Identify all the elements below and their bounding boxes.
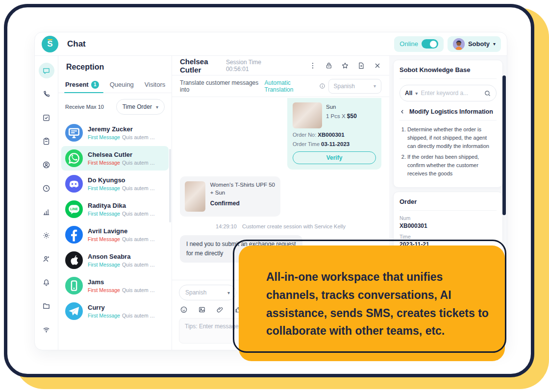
message-preview: Quis autem vel eum iu...	[122, 134, 156, 140]
create-ticket-icon[interactable]	[357, 62, 365, 70]
search-icon[interactable]	[484, 90, 491, 97]
chevron-down-icon: ▾	[227, 290, 230, 295]
contact-name: Jams	[88, 278, 156, 286]
product-message-card: Women's T-Shirts UPF 50 + Sun Confirmed	[180, 176, 280, 217]
sidebar-rail	[35, 56, 58, 350]
sidebar-item-tasks[interactable]	[39, 110, 54, 125]
sidebar-item-network[interactable]	[39, 321, 54, 337]
wifi-icon	[42, 325, 50, 334]
sidebar-item-settings[interactable]	[39, 227, 54, 243]
sidebar-item-history[interactable]	[39, 180, 54, 196]
search-input[interactable]	[421, 90, 481, 97]
receive-max-label: Receive Max 10	[65, 104, 104, 110]
first-message-tag: First Message	[88, 211, 120, 217]
list-item-contact[interactable]: Avril Lavigne First MessageQuis autem ve…	[61, 222, 169, 247]
product-image	[293, 102, 322, 128]
product-title: Women's T-Shirts UPF 50 + Sun	[210, 181, 275, 196]
chat-header: Chelsea Cutler Session Time 00:56:01	[172, 56, 389, 75]
attachment-icon[interactable]	[216, 306, 224, 314]
contact-list-scrollbar[interactable]	[169, 149, 171, 222]
channel-apple-icon	[65, 251, 83, 269]
list-item-contact[interactable]: Anson Seabra First MessageQuis autem vel…	[61, 248, 169, 272]
product-name: Sun	[326, 104, 357, 110]
user-circle-icon	[42, 161, 50, 169]
kebab-menu-icon[interactable]	[309, 62, 317, 70]
knowledge-base-title: Sobot Knowledge Base	[399, 66, 497, 79]
image-icon[interactable]	[198, 306, 206, 314]
contact-list: Jeremy Zucker First MessageQuis autem ve…	[58, 120, 172, 350]
emoji-icon[interactable]	[180, 306, 188, 314]
contact-name: Curry	[88, 304, 156, 311]
message-preview: Quis autem vel eum iu...	[122, 313, 156, 318]
translate-language-select[interactable]: Spanish ▾	[328, 79, 381, 94]
sidebar-item-notifications[interactable]	[39, 274, 54, 290]
chat-contact-name: Chelsea Cutler	[180, 57, 226, 74]
sidebar-item-calls[interactable]	[39, 86, 54, 102]
chevron-down-icon: ▾	[374, 83, 376, 89]
translate-mode-link[interactable]: Automatic Translation	[265, 79, 316, 93]
contact-name: Chelsea Cutler	[88, 151, 156, 158]
bell-icon	[42, 278, 50, 287]
folder-icon	[42, 302, 50, 310]
product-image	[185, 181, 205, 212]
contact-name: Avril Lavigne	[88, 227, 156, 235]
sort-order-select[interactable]: Time Order ▾	[116, 99, 165, 115]
channel-mobile-icon	[65, 277, 83, 294]
list-item-contact[interactable]: Jeremy Zucker First MessageQuis autem ve…	[61, 121, 169, 145]
sidebar-item-contacts[interactable]	[39, 157, 54, 172]
order-no-value: XB000301	[318, 132, 344, 138]
reception-title: Reception	[58, 56, 172, 76]
tab-present[interactable]: Present 1	[65, 81, 99, 89]
product-price: $50	[347, 113, 357, 120]
sidebar-item-analytics[interactable]	[39, 204, 54, 220]
composer-language-select[interactable]: Spanish ▾	[179, 285, 236, 300]
sidebar-item-tickets[interactable]	[39, 133, 54, 149]
translate-bar: Translate customer messages into Automat…	[172, 75, 389, 97]
active-tab-underline	[64, 92, 103, 94]
order-time-value: 03-11-2023	[321, 141, 349, 147]
channel-discord-icon	[65, 175, 83, 193]
phone-icon	[42, 90, 50, 98]
list-item-contact[interactable]: Jams First MessageQuis autem vel eum iu.…	[61, 273, 169, 298]
star-icon[interactable]	[341, 62, 349, 70]
article-header[interactable]: Modify Logistics Information	[399, 108, 497, 115]
info-icon[interactable]	[319, 83, 325, 89]
system-message: 14:29:10 Customer create session with Se…	[180, 223, 381, 229]
list-item-contact[interactable]: Do Kyungso First MessageQuis autem vel e…	[61, 172, 169, 196]
knowledge-base-card: Sobot Knowledge Base All ▾ Modify Logist…	[393, 60, 503, 188]
order-time-label: Order Time	[293, 141, 320, 147]
product-qty: 1 Pcs	[326, 113, 340, 119]
chevron-down-icon: ▾	[415, 91, 418, 96]
user-plus-icon	[42, 255, 50, 263]
contact-name: Raditya Dika	[88, 202, 156, 209]
close-icon[interactable]	[374, 62, 381, 70]
reception-panel: Reception Present 1 Queuing Visitors Rec…	[58, 56, 172, 350]
channel-facebook-icon	[65, 226, 83, 244]
message-preview: Quis autem vel eum iu...	[122, 262, 156, 268]
article-steps: Determine whether the order is shipped, …	[399, 120, 497, 178]
tab-visitors[interactable]: Visitors	[145, 81, 165, 88]
chat-bubble-icon	[42, 67, 50, 75]
tab-queuing[interactable]: Queuing	[110, 81, 134, 88]
lock-icon[interactable]	[325, 62, 333, 70]
online-toggle[interactable]	[422, 39, 438, 49]
list-item-contact-selected[interactable]: Chelsea Cutler First MessageQuis autem v…	[61, 146, 169, 171]
message-preview: Quis autem vel eum iu...	[122, 236, 156, 242]
first-message-tag: First Message	[88, 236, 120, 242]
right-panel-scrollbar[interactable]	[502, 75, 506, 215]
list-item-contact[interactable]: Curry First MessageQuis autem vel eum iu…	[61, 299, 169, 323]
list-item-contact[interactable]: LINE Raditya Dika First MessageQuis aute…	[61, 197, 169, 221]
user-menu[interactable]: Soboty ▾	[448, 36, 501, 52]
article-step: If the order has been shipped, confirm w…	[407, 153, 497, 178]
first-message-tag: First Message	[88, 134, 120, 140]
contact-name: Anson Seabra	[88, 253, 156, 260]
sidebar-item-chat[interactable]	[39, 63, 54, 78]
sidebar-item-files[interactable]	[39, 298, 54, 314]
search-filter-select[interactable]: All	[405, 90, 412, 97]
order-no-label: Order No:	[293, 132, 316, 138]
verify-button[interactable]: Verify	[293, 151, 376, 164]
order-message-card: Sun 1 Pcs X $50 Order No:XB000301 Order …	[287, 98, 381, 170]
sidebar-item-add-agent[interactable]	[39, 251, 54, 267]
user-name: Soboty	[468, 40, 490, 48]
product-status: Confirmed	[210, 200, 275, 207]
